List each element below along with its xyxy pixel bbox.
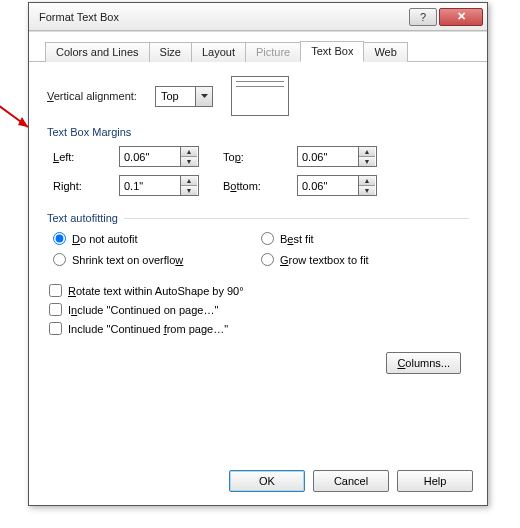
tab-layout[interactable]: Layout	[191, 42, 246, 62]
ok-button[interactable]: OK	[229, 470, 305, 492]
spin-down-icon[interactable]: ▼	[359, 186, 375, 195]
autofit-best-radio[interactable]: Best fit	[261, 232, 469, 245]
margin-top-label: Top:	[223, 151, 283, 163]
spin-up-icon[interactable]: ▲	[181, 147, 197, 157]
margin-bottom-spinner[interactable]: ▲▼	[297, 175, 377, 196]
tab-strip: Colors and Lines Size Layout Picture Tex…	[29, 32, 487, 62]
spin-down-icon[interactable]: ▼	[181, 186, 197, 195]
margin-bottom-input[interactable]	[298, 176, 358, 195]
spin-down-icon[interactable]: ▼	[359, 157, 375, 166]
continued-on-checkbox[interactable]: Include "Continued on page…"	[49, 303, 469, 316]
columns-button[interactable]: Columns...	[386, 352, 461, 374]
continued-from-checkbox[interactable]: Include "Continued from page…"	[49, 322, 469, 335]
margin-top-spinner[interactable]: ▲▼	[297, 146, 377, 167]
alignment-preview	[231, 76, 289, 116]
margin-top-input[interactable]	[298, 147, 358, 166]
tab-colors-and-lines[interactable]: Colors and Lines	[45, 42, 150, 62]
vertical-alignment-combo[interactable]: Top	[155, 86, 213, 107]
vertical-alignment-value: Top	[156, 90, 195, 102]
svg-marker-1	[18, 117, 28, 127]
spin-up-icon[interactable]: ▲	[359, 176, 375, 186]
margin-left-spinner[interactable]: ▲▼	[119, 146, 199, 167]
autofit-grow-radio[interactable]: Grow textbox to fit	[261, 253, 469, 266]
spin-up-icon[interactable]: ▲	[181, 176, 197, 186]
tab-web[interactable]: Web	[363, 42, 407, 62]
margin-right-spinner[interactable]: ▲▼	[119, 175, 199, 196]
dialog-title: Format Text Box	[39, 11, 407, 23]
cancel-button[interactable]: Cancel	[313, 470, 389, 492]
margin-right-label: Right:	[53, 180, 105, 192]
margin-left-input[interactable]	[120, 147, 180, 166]
tab-text-box[interactable]: Text Box	[300, 41, 364, 62]
spin-down-icon[interactable]: ▼	[181, 157, 197, 166]
autofit-group-label: Text autofitting	[47, 212, 118, 224]
chevron-down-icon	[195, 87, 212, 106]
text-box-panel: Vertical alignment: Top Text Box Margins…	[29, 62, 487, 502]
margin-left-label: Left:	[53, 151, 105, 163]
close-icon: ✕	[457, 10, 466, 23]
tab-picture: Picture	[245, 42, 301, 62]
margins-group-label: Text Box Margins	[47, 126, 469, 138]
help-button[interactable]: Help	[397, 470, 473, 492]
format-text-box-dialog: Format Text Box ? ✕ Colors and Lines Siz…	[28, 2, 488, 506]
callout-arrow	[0, 105, 38, 145]
tab-size[interactable]: Size	[149, 42, 192, 62]
close-button[interactable]: ✕	[439, 8, 483, 26]
titlebar: Format Text Box ? ✕	[29, 3, 487, 31]
help-titlebar-button[interactable]: ?	[409, 8, 437, 26]
margin-right-input[interactable]	[120, 176, 180, 195]
svg-marker-2	[201, 94, 208, 98]
spin-up-icon[interactable]: ▲	[359, 147, 375, 157]
margin-bottom-label: Bottom:	[223, 180, 283, 192]
rotate-checkbox[interactable]: Rotate text within AutoShape by 90°	[49, 284, 469, 297]
autofit-shrink-radio[interactable]: Shrink text on overflow	[53, 253, 261, 266]
vertical-alignment-label: Vertical alignment:	[47, 90, 155, 102]
autofit-none-radio[interactable]: Do not autofit	[53, 232, 261, 245]
